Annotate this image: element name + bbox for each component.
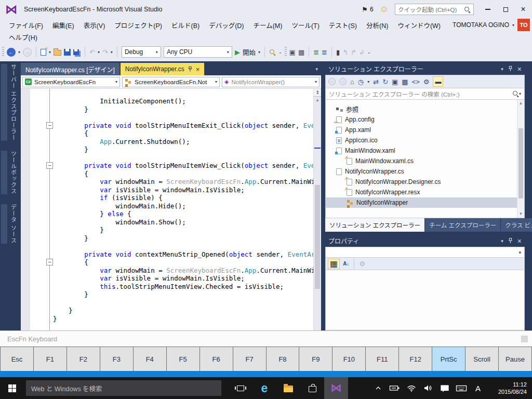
escfn-close-button[interactable] [521, 336, 528, 342]
key-f11[interactable]: F11 [366, 347, 399, 371]
tool-window-tab[interactable]: クラス ビュー [501, 218, 532, 232]
minimize-button[interactable] [479, 0, 497, 19]
key-f7[interactable]: F7 [233, 347, 267, 371]
key-f10[interactable]: F10 [332, 347, 366, 371]
close-button[interactable]: × [514, 0, 532, 19]
navigate-back-button[interactable]: ← [7, 48, 16, 57]
filter-dropdown[interactable]: ▾ [367, 79, 369, 84]
split-window-handle[interactable]: ⇕ [314, 89, 321, 97]
taskbar-search-input[interactable]: Web と Windows を検索 [26, 380, 221, 396]
volume-button[interactable] [420, 377, 436, 399]
open-file-button[interactable] [54, 50, 61, 56]
tree-item[interactable]: NotifyIconWrapper.resx [326, 187, 524, 197]
categorized-view-toggle[interactable]: ▦ [328, 259, 340, 269]
new-project-button[interactable] [41, 49, 46, 56]
tree-item[interactable]: MainWindow.xaml.cs [326, 156, 524, 166]
navigate-back-dropdown[interactable]: ▾ [18, 50, 20, 55]
properties-grid[interactable] [325, 270, 525, 330]
close-icon[interactable]: × [517, 237, 522, 245]
undo-dropdown[interactable]: ▾ [98, 50, 100, 55]
forward-button[interactable]: → [339, 78, 347, 85]
file-explorer-button[interactable] [276, 377, 300, 399]
toolbar-grip[interactable] [2, 47, 4, 57]
decrease-indent-button[interactable]: ≣ [313, 49, 319, 56]
task-view-button[interactable] [229, 377, 252, 399]
breakpoint-margin[interactable] [21, 89, 30, 330]
menu-item[interactable]: ファイル(F) [4, 20, 48, 30]
show-hidden-icons-button[interactable] [370, 377, 387, 399]
menu-item[interactable]: 分析(N) [362, 20, 393, 30]
pin-icon[interactable] [508, 238, 513, 244]
properties-window-icon[interactable]: ▩ [402, 78, 408, 85]
menu-item[interactable]: ツール(T) [287, 20, 324, 30]
menu-item[interactable]: 編集(E) [48, 20, 79, 30]
touch-keyboard-button[interactable] [453, 377, 470, 399]
wifi-button[interactable] [403, 377, 420, 399]
key-f2[interactable]: F2 [67, 347, 100, 371]
key-f3[interactable]: F3 [100, 347, 134, 371]
taskbar-clock[interactable]: 11:12 2015/08/24 [486, 381, 532, 395]
sync-with-active-document-icon[interactable]: ⇄ [373, 78, 379, 85]
scroll-up-arrow[interactable]: ▲ [517, 100, 524, 107]
menu-item[interactable]: チーム(M) [249, 20, 287, 30]
member-dropdown[interactable]: ◈ NotifyIconWrapper() ▾ [222, 77, 320, 87]
pending-changes-filter-icon[interactable]: ◷ [358, 78, 364, 85]
save-all-button[interactable] [73, 49, 79, 55]
tool-window-tab[interactable]: チーム エクスプローラー [425, 218, 500, 232]
properties-titlebar[interactable]: プロパティ ▾ × [325, 235, 525, 247]
redo-button[interactable]: ↷ [102, 49, 108, 56]
comment-out-button[interactable]: ▣ [289, 49, 296, 56]
start-debugging-button[interactable]: 開始 [243, 47, 256, 57]
edge-button[interactable]: e [252, 377, 276, 399]
start-button[interactable] [0, 377, 24, 399]
fold-collapse-box[interactable]: − [46, 122, 53, 129]
quick-launch-input[interactable]: クイック起動 (Ctrl+Q) [395, 4, 474, 15]
key-prtsc[interactable]: PrtSc [432, 347, 466, 371]
sidebar-tool-tab[interactable]: サーバー エクスプローラー [1, 64, 21, 141]
undo-button[interactable]: ↶ [89, 49, 95, 56]
save-button[interactable] [64, 49, 71, 56]
start-debugging-icon[interactable]: ▶ [235, 48, 240, 56]
solution-search-input[interactable]: ソリューション エクスプローラー の検索 (Ctrl+;) ▾ [325, 88, 525, 100]
menu-item[interactable]: 表示(V) [79, 20, 110, 30]
pin-icon[interactable] [188, 66, 192, 72]
tree-item[interactable]: NotifyIconWrapper.cs [326, 166, 524, 177]
preview-selected-items-toggle[interactable]: ▬ [433, 76, 443, 87]
sidebar-tool-tab[interactable]: ツールボックス [1, 151, 21, 194]
toggle-bookmark-button[interactable]: ▮ [336, 49, 340, 56]
document-tab[interactable]: NotifyIconWrapper.cs [デザイン] [21, 63, 119, 75]
redo-dropdown[interactable]: ▾ [111, 50, 113, 55]
menu-item[interactable]: デバッグ(D) [204, 20, 248, 30]
key-f4[interactable]: F4 [134, 347, 167, 371]
new-project-dropdown[interactable]: ▾ [49, 50, 51, 55]
solution-platform-select[interactable]: Any CPU ▾ [164, 46, 232, 58]
view-code-icon[interactable]: <> [412, 78, 420, 85]
code-editor[interactable]: InitializeComponent(); } private void to… [21, 89, 321, 330]
toolbar-overflow[interactable]: ⌄ [278, 50, 282, 55]
fold-collapse-box[interactable]: − [46, 162, 53, 169]
tree-item[interactable]: 参照 [326, 104, 524, 114]
tree-item[interactable]: NotifyIconWrapper.Designer.cs [326, 177, 524, 187]
action-center-button[interactable] [436, 377, 453, 399]
key-f9[interactable]: F9 [299, 347, 332, 371]
tool-window-tab[interactable]: ソリューション エクスプローラー [325, 218, 424, 232]
scroll-up-arrow[interactable]: ▲ [314, 97, 321, 104]
tree-item[interactable]: MainWindow.xaml [326, 145, 524, 156]
visual-studio-taskbar-button[interactable]: ⋈ [324, 377, 348, 399]
next-bookmark-button[interactable]: ↱ [351, 49, 356, 56]
tree-item[interactable]: AppIcon.ico [326, 135, 524, 145]
escfn-titlebar[interactable]: EscFn Keyboard [0, 331, 532, 347]
scrollbar-thumb[interactable] [518, 128, 523, 198]
document-tab[interactable]: NotifyIconWrapper.cs× [121, 63, 204, 75]
refresh-icon[interactable]: ↻ [382, 78, 388, 85]
restore-button[interactable] [497, 0, 514, 19]
navigate-forward-button[interactable]: → [23, 48, 32, 57]
solution-explorer-titlebar[interactable]: ソリューション エクスプローラー ▾ × [325, 63, 525, 75]
previous-bookmark-button[interactable]: ↰ [342, 49, 348, 56]
tree-item[interactable]: NotifyIconWrapper [326, 197, 524, 208]
menu-item[interactable]: ヘルプ(H) [4, 32, 42, 42]
tree-item[interactable]: App.config [326, 114, 524, 125]
toolbar-overflow[interactable]: ⌄ [367, 50, 371, 55]
menu-item[interactable]: テスト(S) [324, 20, 362, 30]
fold-collapse-box[interactable]: − [46, 259, 53, 265]
